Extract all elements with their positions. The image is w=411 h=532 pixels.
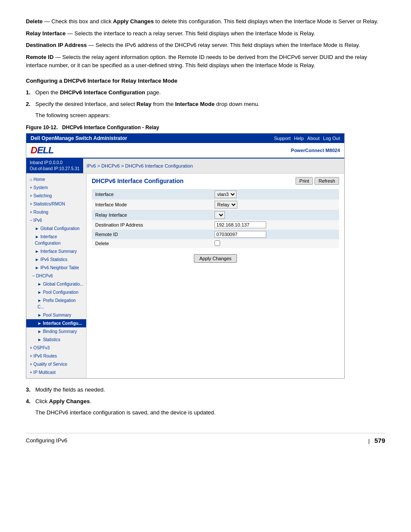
para-remote-id-text: — Selects the relay agent information op… [26,54,367,69]
dell-logo: DELL [31,145,53,156]
step4-sub-text: The DHCPv6 interface configuration is sa… [35,409,385,416]
step-1: 1. Open the DHCPv6 Interface Configurati… [26,88,385,97]
delete-checkbox[interactable] [215,240,220,246]
header-link-support[interactable]: Support [274,136,291,141]
dell-sidebar: ⌂ Home + System + Switching + Statistics… [26,174,87,378]
footer-separator: | [368,438,370,444]
section-heading: Configuring a DHCPv6 Interface for Relay… [26,78,385,84]
sidebar-item-ipv6[interactable]: − IPv6 [26,216,86,224]
destination-ip-input[interactable] [215,221,266,228]
interface-select[interactable]: vlan3 [215,190,237,198]
page-title-text: DHCPv6 Interface Configuration [92,177,184,184]
dell-ui-screenshot: Dell OpenManage Switch Administrator Sup… [26,133,345,379]
dell-nav-bar: Inband IP:0.0.0.0 Out-of-band IP:10.27.5… [26,159,344,174]
value-destination-ip [211,220,339,230]
step-3-text: Modify the fields as needed. [35,386,385,394]
header-link-about[interactable]: About [307,136,320,141]
step-1-text: Open the DHCPv6 Interface Configuration … [35,88,385,97]
para-remote-id-bold: Remote ID [26,54,53,60]
row-interface-mode: Interface Mode Relay [92,199,339,210]
apply-btn-container: Apply Changes [92,252,339,263]
sidebar-item-pool-summary[interactable]: ► Pool Summary [26,311,86,319]
header-link-help[interactable]: Help [294,136,304,141]
figure-title: DHCPv6 Interface Configuration - Relay [59,124,159,131]
para-relay-interface-bold: Relay Interface [26,30,66,37]
step-2: 2. Specify the desired Interface, and se… [26,100,385,109]
label-interface: Interface [92,189,211,199]
footer-page-number: 579 [374,437,385,444]
value-interface: vlan3 [211,189,339,199]
dell-header-title: Dell OpenManage Switch Administrator [31,135,127,141]
sidebar-item-dhcpv6[interactable]: − DHCPv6 [26,272,86,280]
config-table: Interface vlan3 Interface Mode [92,189,339,248]
sub-text: The following screen appears: [35,112,385,118]
sidebar-item-interface-configue[interactable]: ► Interface Configu... [26,319,86,327]
step-4-num: 4. [26,397,35,406]
row-destination-ip: Destination IP Address [92,220,339,230]
para-destination-ip-bold: Destination IP Address [26,42,87,48]
sidebar-item-routing[interactable]: + Routing [26,208,86,216]
label-relay-interface: Relay Interface [92,210,211,220]
dell-logo-bar: DELL PowerConnect M8024 [26,143,344,159]
row-interface: Interface vlan3 [92,189,339,199]
value-delete [211,239,339,248]
step-2-text: Specify the desired Interface, and selec… [35,100,385,109]
sidebar-item-switching[interactable]: + Switching [26,192,86,200]
sidebar-item-interface-summary[interactable]: ► Interface Summary [26,247,86,255]
para-delete-bold: Delete [26,18,43,25]
sidebar-item-statistics2[interactable]: ► Statistics [26,336,86,344]
label-destination-ip: Destination IP Address [92,220,211,230]
steps-3-4-list: 3. Modify the fields as needed. 4. Click… [26,386,385,406]
value-interface-mode: Relay [211,199,339,210]
sidebar-item-ipv6-routes[interactable]: + IPv6 Routes [26,352,86,360]
para-delete: Delete — Check this box and click Apply … [26,17,385,26]
sidebar-item-binding-summary[interactable]: ► Binding Summary [26,327,86,336]
sidebar-item-ip-multicast[interactable]: + IP Multicast [26,368,86,376]
sidebar-item-ospfv3[interactable]: + OSPFv3 [26,344,86,352]
para-relay-interface-text: — Selects the interface to reach a relay… [67,30,315,37]
sidebar-item-global-config2[interactable]: ► Global Configuratio... [26,280,86,288]
para-relay-interface: Relay Interface — Selects the interface … [26,29,385,38]
print-button[interactable]: Print [296,177,313,185]
figure-label: Figure 10-12. DHCPv6 Interface Configura… [26,124,385,131]
footer-bar: Configuring IPv6 | 579 [26,433,385,444]
row-remote-id: Remote ID [92,230,339,239]
footer-section-label: Configuring IPv6 [26,437,67,444]
dell-btn-group: Print Refresh [296,177,339,185]
refresh-button[interactable]: Refresh [314,177,339,185]
relay-interface-select[interactable] [215,211,225,219]
label-interface-mode: Interface Mode [92,199,211,210]
para-remote-id: Remote ID — Selects the relay agent info… [26,53,385,70]
sidebar-item-system[interactable]: + System [26,184,86,192]
para-destination-ip-text: — Selects the IPv6 address of the DHCPv6… [88,42,360,48]
header-link-logout[interactable]: Log Out [323,136,340,141]
apply-changes-button[interactable]: Apply Changes [194,254,237,263]
para-delete-text: — Check this box and click Apply Changes… [44,18,379,25]
steps-list: 1. Open the DHCPv6 Interface Configurati… [26,88,385,109]
interface-mode-select[interactable]: Relay [215,201,237,208]
remote-id-input[interactable] [215,231,266,238]
dell-header-links: Support Help About Log Out [274,136,340,141]
sidebar-item-ipv6-neighbor[interactable]: ► IPv6 Neighbor Table [26,264,86,272]
row-delete: Delete [92,239,339,248]
sidebar-item-global-config[interactable]: ► Global Configuration [26,224,86,233]
value-remote-id [211,230,339,239]
sidebar-item-home[interactable]: ⌂ Home [26,175,86,184]
dell-product: PowerConnect M8024 [291,148,340,153]
row-relay-interface: Relay Interface [92,210,339,220]
step-4-text: Click Apply Changes. [35,397,385,406]
figure-number: Figure 10-12. [26,124,58,131]
para-destination-ip: Destination IP Address — Selects the IPv… [26,41,385,50]
dell-inband: Inband IP:0.0.0.0 Out-of-band IP:10.27.5… [26,159,83,173]
step-3-num: 3. [26,386,35,394]
inband-line2: Out-of-band IP:10.27.5.31 [30,166,80,172]
sidebar-item-prefix-delegation[interactable]: ► Prefix Delegation C... [26,296,86,311]
sidebar-item-statistics[interactable]: + Statistics/RMON [26,200,86,208]
label-remote-id: Remote ID [92,230,211,239]
sidebar-item-pool-config[interactable]: ► Pool Configuration [26,288,86,296]
dell-breadcrumb: IPv6 > DHCPv6 > DHCPv6 Interface Configu… [83,159,196,173]
dell-header: Dell OpenManage Switch Administrator Sup… [26,134,344,143]
sidebar-item-qos[interactable]: + Quality of Service [26,360,86,368]
sidebar-item-ipv6-stats[interactable]: ► IPv6 Statistics [26,255,86,264]
sidebar-item-interface-config[interactable]: ► Interface Configuration [26,233,86,247]
